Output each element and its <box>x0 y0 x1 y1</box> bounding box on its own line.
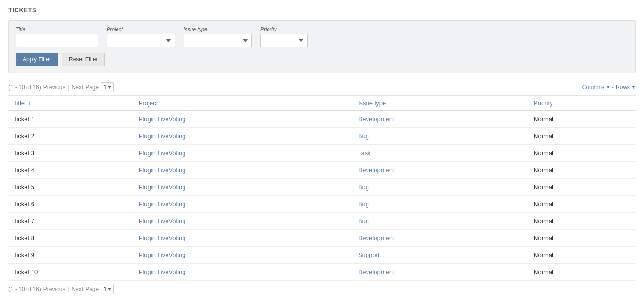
page-wrapper: TICKETS Title Project Issue type Pri <box>0 0 644 299</box>
columns-rows-separator: - <box>612 84 614 91</box>
filter-title-field: Title <box>16 26 98 47</box>
cell-issuetype-0: Development <box>353 111 529 128</box>
cell-title-3: Ticket 4 <box>8 162 134 179</box>
cell-project-2: Plugin LiveVoting <box>134 145 353 162</box>
filter-project-field: Project <box>107 26 175 47</box>
cell-priority-2: Normal <box>529 145 636 162</box>
pagination-bottom: (1 - 10 of 16) Previous | Next Page 1 2 <box>8 281 636 297</box>
cell-issuetype-8: Support <box>353 247 529 264</box>
filter-section: Title Project Issue type Priority <box>8 20 636 73</box>
col-title-label: Title <box>13 100 25 107</box>
col-header-issuetype[interactable]: Issue type <box>353 96 529 111</box>
table-row: Ticket 3 Plugin LiveVoting Task Normal <box>8 145 636 162</box>
cell-issuetype-5: Bug <box>353 196 529 213</box>
cell-priority-8: Normal <box>529 247 636 264</box>
columns-button[interactable]: Columns ▼ <box>582 84 610 91</box>
cell-project-3: Plugin LiveVoting <box>134 162 353 179</box>
table-row: Ticket 2 Plugin LiveVoting Bug Normal <box>8 128 636 145</box>
cell-title-4: Ticket 5 <box>8 179 134 196</box>
pagination-top-right: Columns ▼ - Rows ▼ <box>582 84 636 91</box>
filter-title-input[interactable] <box>16 34 98 47</box>
cell-priority-6: Normal <box>529 213 636 230</box>
pagination-top-previous[interactable]: Previous <box>43 84 66 91</box>
pagination-bottom-next[interactable]: Next <box>72 286 84 292</box>
cell-priority-7: Normal <box>529 230 636 247</box>
page-title: TICKETS <box>8 7 636 14</box>
table-row: Ticket 1 Plugin LiveVoting Development N… <box>8 111 636 128</box>
cell-issuetype-7: Development <box>353 230 529 247</box>
col-header-title[interactable]: Title ↑ <box>8 96 134 111</box>
table-body: Ticket 1 Plugin LiveVoting Development N… <box>8 111 636 281</box>
pagination-bottom-page-select[interactable]: 1 2 <box>101 284 114 294</box>
cell-project-7: Plugin LiveVoting <box>134 230 353 247</box>
col-header-project[interactable]: Project <box>134 96 353 111</box>
cell-issuetype-3: Development <box>353 162 529 179</box>
pagination-top-page-label: Page <box>85 84 99 91</box>
cell-issuetype-2: Task <box>353 145 529 162</box>
filter-issuetype-label: Issue type <box>184 26 252 32</box>
pagination-bottom-info: (1 - 10 of 16) <box>8 286 41 292</box>
pagination-top-left: (1 - 10 of 16) Previous | Next Page 1 2 <box>8 82 114 92</box>
table-row: Ticket 8 Plugin LiveVoting Development N… <box>8 230 636 247</box>
table-row: Ticket 10 Plugin LiveVoting Development … <box>8 264 636 281</box>
cell-priority-3: Normal <box>529 162 636 179</box>
reset-filter-button[interactable]: Reset Filter <box>62 53 105 66</box>
filter-project-label: Project <box>107 26 175 32</box>
col-issuetype-label: Issue type <box>358 100 386 107</box>
cell-issuetype-1: Bug <box>353 128 529 145</box>
col-header-priority[interactable]: Priority <box>529 96 636 111</box>
pagination-top-page-select[interactable]: 1 2 <box>101 82 114 92</box>
cell-title-7: Ticket 8 <box>8 230 134 247</box>
filter-issuetype-field: Issue type <box>184 26 252 47</box>
pagination-bottom-page-label: Page <box>85 286 99 292</box>
cell-project-9: Plugin LiveVoting <box>134 264 353 281</box>
cell-issuetype-9: Development <box>353 264 529 281</box>
filter-row: Title Project Issue type Priority <box>16 26 628 47</box>
table-row: Ticket 7 Plugin LiveVoting Bug Normal <box>8 213 636 230</box>
pagination-bottom-sep: | <box>67 286 69 292</box>
pagination-top-info: (1 - 10 of 16) <box>8 84 41 91</box>
table-row: Ticket 5 Plugin LiveVoting Bug Normal <box>8 179 636 196</box>
filter-priority-field: Priority <box>260 26 308 47</box>
cell-title-2: Ticket 3 <box>8 145 134 162</box>
cell-priority-5: Normal <box>529 196 636 213</box>
table-header-row: Title ↑ Project Issue type Priority <box>8 96 636 111</box>
cell-project-6: Plugin LiveVoting <box>134 213 353 230</box>
cell-title-6: Ticket 7 <box>8 213 134 230</box>
rows-label: Rows <box>616 84 630 91</box>
cell-priority-4: Normal <box>529 179 636 196</box>
apply-filter-button[interactable]: Apply Filter <box>16 53 58 66</box>
table-row: Ticket 6 Plugin LiveVoting Bug Normal <box>8 196 636 213</box>
cell-project-1: Plugin LiveVoting <box>134 128 353 145</box>
cell-issuetype-4: Bug <box>353 179 529 196</box>
cell-title-1: Ticket 2 <box>8 128 134 145</box>
pagination-bottom-previous[interactable]: Previous <box>43 286 66 292</box>
cell-priority-1: Normal <box>529 128 636 145</box>
cell-project-8: Plugin LiveVoting <box>134 247 353 264</box>
col-priority-label: Priority <box>534 100 552 107</box>
cell-priority-9: Normal <box>529 264 636 281</box>
rows-button[interactable]: Rows ▼ <box>616 84 636 91</box>
cell-title-9: Ticket 10 <box>8 264 134 281</box>
rows-dropdown-arrow: ▼ <box>631 85 636 90</box>
cell-project-0: Plugin LiveVoting <box>134 111 353 128</box>
cell-project-4: Plugin LiveVoting <box>134 179 353 196</box>
pagination-top: (1 - 10 of 16) Previous | Next Page 1 2 … <box>8 79 636 96</box>
filter-issuetype-select[interactable] <box>184 34 252 47</box>
cell-title-8: Ticket 9 <box>8 247 134 264</box>
data-table: Title ↑ Project Issue type Priority Tick… <box>8 96 636 281</box>
cell-title-0: Ticket 1 <box>8 111 134 128</box>
filter-priority-label: Priority <box>260 26 308 32</box>
pagination-top-sep: | <box>67 84 69 91</box>
table-head: Title ↑ Project Issue type Priority <box>8 96 636 111</box>
filter-btn-row: Apply Filter Reset Filter <box>16 53 628 66</box>
columns-label: Columns <box>582 84 604 91</box>
table-row: Ticket 9 Plugin LiveVoting Support Norma… <box>8 247 636 264</box>
col-project-label: Project <box>139 100 158 107</box>
pagination-top-next[interactable]: Next <box>72 84 84 91</box>
cell-project-5: Plugin LiveVoting <box>134 196 353 213</box>
columns-dropdown-arrow: ▼ <box>606 85 610 90</box>
cell-priority-0: Normal <box>529 111 636 128</box>
filter-project-select[interactable] <box>107 34 175 47</box>
filter-priority-select[interactable] <box>260 34 308 47</box>
